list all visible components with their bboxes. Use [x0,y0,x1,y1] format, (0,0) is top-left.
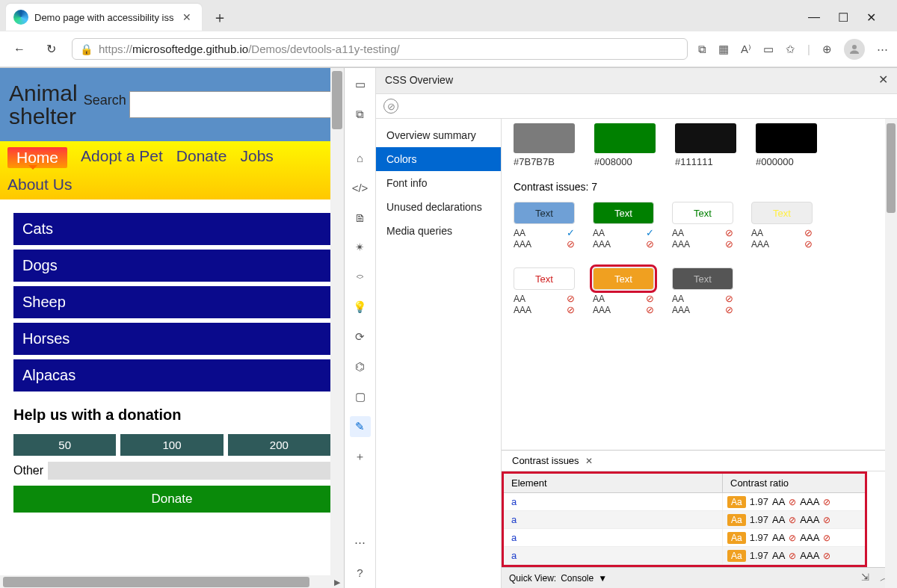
nav-adopt[interactable]: Adopt a Pet [81,147,163,168]
new-tab-button[interactable]: ＋ [206,4,233,31]
contrast-swatch[interactable]: Text [514,267,575,290]
favorite-icon[interactable]: ✩ [786,43,795,56]
nav-jobs[interactable]: Jobs [241,147,274,168]
contrast-swatch[interactable]: Text [672,202,733,224]
animal-item[interactable]: Cats [13,213,330,245]
nav-donate[interactable]: Donate [176,147,227,168]
minimize-button[interactable]: — [808,10,820,25]
issues-row[interactable]: a Aa 1.97 AA⊘ AAA⊘ [504,529,865,547]
other-amount-input[interactable] [48,462,330,480]
nav-home[interactable]: Home [7,147,67,168]
color-hex: #7B7B7B [514,156,575,167]
sources-icon[interactable]: 🗎 [350,207,371,228]
issues-tab-close-icon[interactable]: ✕ [585,456,593,466]
color-swatch[interactable] [675,123,736,153]
clear-overview-icon[interactable]: ⊘ [383,99,398,114]
page-viewport: Animal shelter Search Home Adopt a Pet D… [0,68,344,588]
donation-amount-button[interactable]: 200 [228,434,330,456]
quick-view-value[interactable]: Console [561,573,594,584]
animal-item[interactable]: Sheep [13,286,330,318]
color-swatch[interactable] [514,123,575,153]
issue-ratio: Aa 1.97 AA⊘ AAA⊘ [723,494,865,510]
contrast-item[interactable]: TextAA⊘AAA⊘ [751,202,813,250]
css-overview-icon[interactable]: ✎ [350,416,371,437]
tab-title: Demo page with accessibility iss [34,12,173,23]
elements-icon[interactable]: ⌂ [350,147,371,168]
donation-amount-button[interactable]: 100 [120,434,223,456]
sidebar-item-summary[interactable]: Overview summary [376,123,501,147]
url-box[interactable]: 🔒 https://microsoftedge.github.io/Demos/… [72,38,688,60]
sidebar-item-unused[interactable]: Unused declarations [376,195,501,219]
contrast-swatch[interactable]: Text [672,267,733,290]
settings-icon[interactable]: ⋯ [350,532,371,553]
screencast-icon[interactable]: ⧉ [698,43,706,56]
contrast-item[interactable]: TextAA✓AAA⊘ [593,202,654,250]
vertical-scrollbar[interactable] [330,68,344,588]
network-icon[interactable]: ⌔ [350,267,371,288]
color-hex: #000000 [756,156,817,167]
sidebar-item-fonts[interactable]: Font info [376,171,501,195]
issues-row[interactable]: a Aa 1.97 AA⊘ AAA⊘ [504,493,865,511]
nav-about[interactable]: About Us [7,176,336,194]
color-swatch[interactable] [756,123,817,153]
sidebar-item-media[interactable]: Media queries [376,219,501,243]
col-element[interactable]: Element [504,474,723,492]
chevron-down-icon[interactable]: ▼ [598,573,607,584]
donate-button[interactable]: Donate [13,486,330,513]
col-ratio[interactable]: Contrast ratio [723,474,865,492]
css-overview-sidebar: Overview summary Colors Font info Unused… [376,119,502,588]
content-scrollbar[interactable] [885,119,897,588]
donation-section: Help us with a donation 50 100 200 Other… [0,392,344,527]
panel-close-icon[interactable]: ✕ [878,72,888,87]
more-icon[interactable]: ⋯ [877,43,888,56]
contrast-item[interactable]: TextAA⊘AAA⊘ [672,267,733,315]
read-aloud-icon[interactable]: A⁾ [741,43,751,56]
address-bar: ← ↻ 🔒 https://microsoftedge.github.io/De… [0,31,897,67]
qr-icon[interactable]: ▦ [718,43,729,56]
memory-icon[interactable]: ⌬ [350,356,371,377]
issues-row[interactable]: a Aa 1.97 AA⊘ AAA⊘ [504,547,865,565]
console-icon[interactable]: </> [350,177,371,198]
inspect-icon[interactable]: ▭ [350,74,371,95]
horizontal-scrollbar[interactable]: ▶ [0,575,344,588]
animal-item[interactable]: Dogs [13,250,330,282]
contrast-swatch[interactable]: Text [751,202,813,224]
donation-amount-button[interactable]: 50 [13,434,116,456]
animal-item[interactable]: Horses [13,323,330,355]
animal-list: Cats Dogs Sheep Horses Alpacas [0,199,344,392]
issues-tab-label[interactable]: Contrast issues [512,455,579,466]
contrast-swatch[interactable]: Text [593,267,654,290]
lighthouse-icon[interactable]: 💡 [350,297,371,318]
reader-icon[interactable]: ▭ [763,43,774,56]
contrast-swatch[interactable]: Text [514,202,575,224]
issues-row[interactable]: a Aa 1.97 AA⊘ AAA⊘ [504,511,865,529]
contrast-item[interactable]: TextAA✓AAA⊘ [514,202,575,250]
close-window-button[interactable]: ✕ [866,10,876,25]
contrast-item[interactable]: TextAA⊘AAA⊘ [672,202,733,250]
back-button[interactable]: ← [9,39,30,60]
browser-chrome: Demo page with accessibility iss ✕ ＋ — ☐… [0,0,897,68]
contrast-item[interactable]: TextAA⊘AAA⊘ [514,267,575,315]
refresh-button[interactable]: ↻ [40,39,61,60]
issue-ratio: Aa 1.97 AA⊘ AAA⊘ [723,548,865,564]
dock-icon[interactable]: ⇲ [861,572,869,585]
contrast-swatch[interactable]: Text [593,202,654,224]
collections-icon[interactable]: ⊕ [822,43,832,56]
search-input[interactable] [129,91,335,118]
application-icon[interactable]: ▢ [350,386,371,407]
more-tools-icon[interactable]: ＋ [350,446,371,467]
profile-avatar[interactable] [844,39,865,60]
device-icon[interactable]: ⧉ [350,104,371,125]
tab-close-icon[interactable]: ✕ [179,10,194,25]
animal-item[interactable]: Alpacas [13,359,330,392]
debugger-icon[interactable]: ✴ [350,237,371,258]
window-controls: — ☐ ✕ [808,10,891,25]
sidebar-item-colors[interactable]: Colors [376,147,501,171]
color-swatch[interactable] [594,123,656,153]
maximize-button[interactable]: ☐ [838,10,848,25]
contrast-item[interactable]: TextAA⊘AAA⊘ [593,267,654,315]
svg-point-0 [852,45,857,49]
performance-icon[interactable]: ⟳ [350,327,371,347]
help-icon[interactable]: ? [350,562,371,583]
browser-tab[interactable]: Demo page with accessibility iss ✕ [6,4,202,31]
